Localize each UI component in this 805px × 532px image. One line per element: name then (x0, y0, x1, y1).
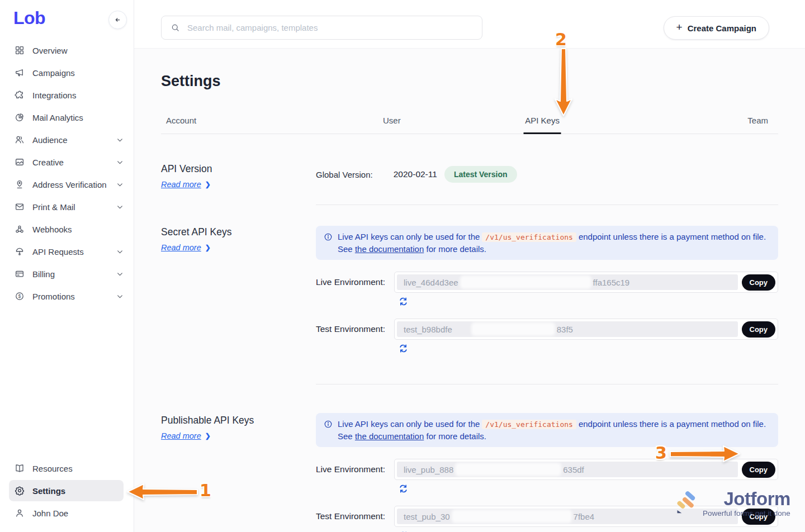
refresh-icon[interactable] (399, 344, 778, 353)
api-keys-notice: Live API keys can only be used for the/v… (316, 226, 778, 260)
copy-button[interactable]: Copy (742, 462, 776, 478)
sidebar-item-api-requests[interactable]: API Requests (0, 240, 134, 263)
sidebar-item-print-mail[interactable]: Print & Mail (0, 196, 134, 218)
sidebar-item-creative[interactable]: Creative (0, 151, 134, 173)
read-more-link[interactable]: Read more ❯ (161, 180, 211, 189)
sidebar-item-label: Resources (32, 464, 73, 473)
chevron-down-icon (116, 293, 124, 300)
settings-sections: API Version Read more ❯ Global Version: … (161, 134, 778, 532)
tab-team[interactable]: Team (618, 107, 778, 134)
megaphone-icon (15, 68, 25, 78)
chevron-right-icon: ❯ (205, 244, 211, 251)
section-api-version: API Version Read more ❯ Global Version: … (161, 134, 778, 205)
credit-card-icon (15, 269, 25, 279)
tab-user[interactable]: User (316, 107, 467, 134)
sidebar-item-label: Creative (32, 158, 64, 167)
tab-api-keys[interactable]: API Keys (467, 107, 618, 134)
pie-chart-icon (15, 112, 25, 122)
sidebar-item-label: Mail Analytics (32, 113, 83, 122)
arrow-left-icon (113, 16, 122, 24)
topbar: + Create Campaign (134, 0, 805, 48)
global-version-value: 2020-02-11 (394, 169, 437, 179)
copy-button[interactable]: Copy (742, 274, 776, 291)
live-environment-label: Live Environment: (316, 277, 394, 287)
secret-test-key-row: Test Environment: test_b98bdfe 83f5 Copy (316, 319, 778, 340)
section-title: Publishable API Keys (161, 415, 316, 426)
read-more-link[interactable]: Read more ❯ (161, 431, 211, 440)
sidebar-item-label: Campaigns (32, 68, 75, 78)
gear-icon (15, 486, 25, 496)
redacted-blur (471, 322, 555, 336)
secret-live-key-row: Live Environment: live_46d4d3ee ffa165c1… (316, 272, 778, 293)
sidebar-item-label: API Requests (32, 247, 84, 256)
info-icon (324, 232, 333, 241)
sidebar-item-promotions[interactable]: $ Promotions (0, 285, 134, 307)
info-icon (324, 420, 333, 429)
secret-live-key-field[interactable]: live_46d4d3ee ffa165c19 Copy (394, 272, 778, 293)
sidebar-item-label: Webhooks (32, 225, 72, 234)
dollar-icon: $ (15, 291, 25, 301)
sidebar-item-campaigns[interactable]: Campaigns (0, 61, 134, 84)
jotform-tagline: Powerful forms get it done (703, 509, 790, 517)
redacted-blur (452, 510, 572, 523)
documentation-link[interactable]: the documentation (355, 431, 424, 441)
jotform-brand-text: Jotform (723, 490, 790, 509)
secret-test-key-value[interactable]: test_b98bdfe 83f5 (397, 321, 738, 337)
annotation-arrow-3 (669, 444, 741, 464)
annotation-step-1: 1 (200, 481, 211, 500)
search-icon (171, 23, 180, 32)
tab-account[interactable]: Account (161, 107, 316, 134)
section-title: API Version (161, 163, 316, 175)
search-input[interactable] (186, 22, 474, 33)
test-environment-label: Test Environment: (316, 511, 394, 521)
read-more-link[interactable]: Read more ❯ (161, 243, 211, 252)
sidebar-item-label: Audience (32, 135, 68, 145)
sidebar-item-mail-analytics[interactable]: Mail Analytics (0, 106, 134, 129)
chevron-down-icon (116, 248, 124, 255)
redacted-blur (460, 276, 591, 289)
sidebar-item-webhooks[interactable]: Webhooks (0, 218, 134, 240)
jotform-logo-icon (675, 490, 699, 514)
chevron-down-icon (116, 270, 124, 278)
create-campaign-label: Create Campaign (688, 23, 756, 33)
copy-button[interactable]: Copy (742, 321, 776, 338)
documentation-link[interactable]: the documentation (355, 244, 424, 254)
sidebar-item-resources[interactable]: Resources (0, 457, 134, 479)
book-icon (15, 463, 25, 473)
redacted-blur (455, 463, 561, 476)
sidebar-nav: Overview Campaigns Integrations Mail Ana… (0, 39, 134, 307)
plus-icon: + (676, 21, 683, 34)
annotation-arrow-1 (126, 482, 200, 502)
latest-version-badge: Latest Version (444, 166, 517, 183)
sidebar-item-label: Overview (32, 46, 68, 55)
chevron-right-icon: ❯ (205, 180, 211, 188)
sidebar-item-address-verification[interactable]: Address Verification (0, 173, 134, 196)
secret-test-key-field[interactable]: test_b98bdfe 83f5 Copy (394, 319, 778, 340)
sidebar-item-label: Integrations (32, 91, 76, 100)
sidebar-collapse-button[interactable] (108, 11, 127, 29)
sidebar-item-billing[interactable]: Billing (0, 263, 134, 285)
sidebar-item-integrations[interactable]: Integrations (0, 84, 134, 106)
sidebar-item-overview[interactable]: Overview (0, 39, 134, 61)
refresh-icon[interactable] (399, 297, 778, 306)
sidebar-item-audience[interactable]: Audience (0, 129, 134, 151)
create-campaign-button[interactable]: + Create Campaign (664, 16, 769, 40)
endpoint-code: /v1/us_verifications (482, 420, 576, 429)
sidebar-item-label: Billing (32, 269, 55, 279)
settings-tabs: Account User API Keys Team (161, 107, 778, 134)
sidebar-item-settings[interactable]: Settings (9, 480, 124, 501)
search-box[interactable] (161, 16, 482, 40)
sidebar-bottom-nav: Resources Settings John Doe (0, 457, 134, 524)
chevron-right-icon: ❯ (205, 432, 211, 440)
puzzle-icon (15, 90, 25, 100)
sidebar-item-label: Print & Mail (32, 202, 75, 212)
section-title: Secret API Keys (161, 226, 316, 238)
secret-live-key-value[interactable]: live_46d4d3ee ffa165c19 (397, 274, 738, 290)
sidebar-item-label: Settings (32, 486, 65, 496)
global-version-label: Global Version: (316, 170, 373, 179)
sidebar-item-user-john-doe[interactable]: John Doe (0, 502, 134, 524)
annotation-step-2: 2 (555, 30, 567, 49)
svg-text:$: $ (18, 293, 21, 299)
users-icon (15, 135, 25, 145)
sidebar-item-label: Address Verification (32, 180, 107, 189)
